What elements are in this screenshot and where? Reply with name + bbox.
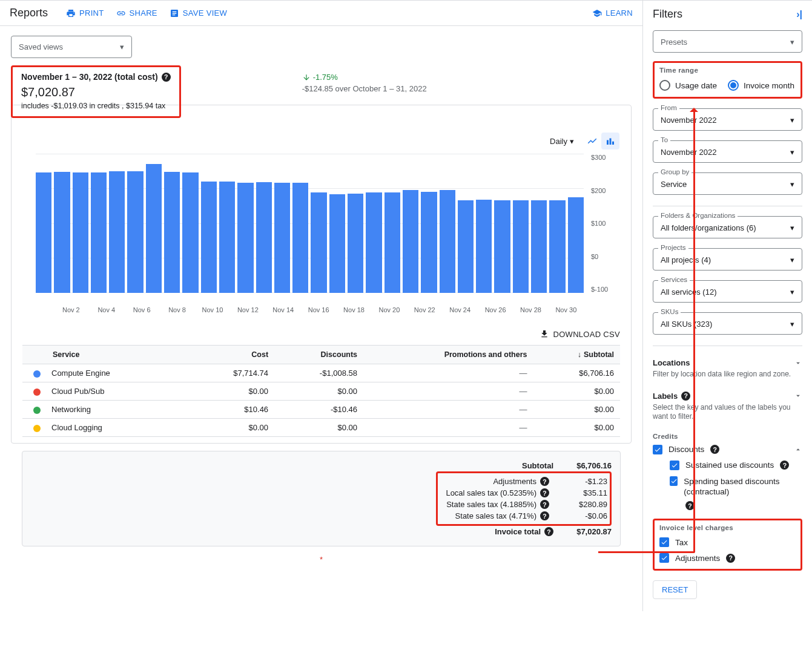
- chart-bar[interactable]: [219, 182, 235, 293]
- table-row[interactable]: Cloud Pub/Sub$0.00$0.00—$0.00: [22, 382, 620, 401]
- locations-expander[interactable]: Locations: [653, 358, 802, 367]
- chart-bar[interactable]: [36, 172, 51, 293]
- save-view-button[interactable]: SAVE VIEW: [170, 8, 227, 18]
- discounts-expander[interactable]: Discounts ?: [653, 445, 802, 454]
- services-select[interactable]: Services All services (12) ▾: [653, 280, 802, 303]
- y-tick-label: $-100: [586, 286, 620, 293]
- skus-select[interactable]: SKUs All SKUs (323) ▾: [653, 312, 802, 335]
- help-icon[interactable]: ?: [710, 445, 719, 454]
- chart-bar[interactable]: [54, 172, 70, 293]
- table-header-row: Service Cost Discounts Promotions and ot…: [22, 346, 620, 364]
- chart-bar[interactable]: [531, 200, 547, 293]
- chart-bar[interactable]: [256, 182, 272, 293]
- chart-bar[interactable]: [292, 183, 308, 293]
- credits-label: Credits: [653, 433, 802, 440]
- collapse-panel-icon[interactable]: ›|: [796, 9, 802, 20]
- folders-select[interactable]: Folders & Organizations All folders/orga…: [653, 216, 802, 238]
- chart-bar[interactable]: [440, 190, 455, 293]
- period-select[interactable]: Daily ▾: [550, 137, 574, 146]
- chart-bar[interactable]: [146, 164, 162, 293]
- from-select[interactable]: From November 2022 ▾: [653, 108, 802, 131]
- help-icon[interactable]: ?: [540, 511, 549, 520]
- help-icon[interactable]: ?: [544, 527, 553, 536]
- share-button[interactable]: SHARE: [116, 8, 157, 18]
- chart-bar[interactable]: [127, 171, 143, 293]
- chart-bar[interactable]: [385, 192, 400, 293]
- chart-bar[interactable]: [237, 183, 253, 293]
- chart-bar[interactable]: [109, 171, 125, 293]
- help-icon[interactable]: ?: [540, 477, 549, 486]
- col-promotions[interactable]: Promotions and others: [363, 346, 533, 364]
- col-cost[interactable]: Cost: [190, 346, 274, 364]
- line-chart-toggle[interactable]: [583, 133, 601, 149]
- chart-bar[interactable]: [476, 200, 492, 293]
- chart-bar[interactable]: [458, 200, 474, 293]
- chart-card: Daily ▾: [11, 105, 632, 444]
- help-icon[interactable]: ?: [540, 488, 549, 497]
- chart-bar[interactable]: [348, 194, 363, 293]
- totals-card: Subtotal $6,706.16 Adjustments ? -$1.23 …: [22, 451, 621, 546]
- chevron-down-icon: ▾: [790, 116, 794, 125]
- chart-bar[interactable]: [549, 200, 565, 293]
- col-discounts[interactable]: Discounts: [274, 346, 363, 364]
- adjustments-checkbox[interactable]: Adjustments ?: [659, 553, 796, 563]
- table-row[interactable]: Networking$10.46-$10.46—$0.00: [22, 401, 620, 419]
- col-subtotal[interactable]: ↓Subtotal: [533, 346, 620, 364]
- save-icon: [170, 8, 179, 18]
- state-tax2-label: State sales tax (4.71%): [455, 511, 536, 520]
- chart-bar[interactable]: [513, 200, 529, 293]
- chart-bar[interactable]: [494, 200, 510, 293]
- help-icon[interactable]: ?: [162, 73, 171, 82]
- group-by-select[interactable]: Group by Service ▾: [653, 172, 802, 195]
- chart-bar[interactable]: [366, 192, 381, 293]
- learn-button[interactable]: LEARN: [592, 8, 633, 18]
- y-tick-label: $0: [586, 253, 620, 260]
- print-icon: [66, 8, 76, 18]
- help-icon[interactable]: ?: [540, 500, 549, 509]
- summary-sub: includes -$1,019.03 in credits , $315.94…: [21, 102, 171, 110]
- labels-expander[interactable]: Labels ?: [653, 392, 802, 401]
- invoice-month-radio[interactable]: Invoice month: [728, 80, 794, 91]
- reset-button[interactable]: RESET: [653, 580, 697, 599]
- checkbox-checked-icon[interactable]: [653, 445, 662, 454]
- print-button[interactable]: PRINT: [66, 8, 104, 18]
- chart-bar[interactable]: [182, 172, 198, 293]
- saved-views-label: Saved views: [19, 42, 63, 51]
- time-range-callout: Time range Usage date Invoice month: [653, 61, 802, 99]
- to-select[interactable]: To November 2022 ▾: [653, 140, 802, 163]
- chevron-down-icon: ▾: [790, 223, 794, 232]
- chart-bar[interactable]: [311, 192, 326, 293]
- spending-checkbox[interactable]: Spending based discounts (contractual): [670, 476, 802, 497]
- chart-bar[interactable]: [73, 172, 88, 293]
- chart-bar[interactable]: [421, 192, 437, 293]
- help-icon[interactable]: ?: [726, 554, 735, 563]
- checkbox-checked-icon: [670, 476, 678, 486]
- chevron-up-icon: [794, 445, 802, 454]
- link-icon: [116, 8, 126, 18]
- chart-bar[interactable]: [274, 183, 290, 293]
- x-tick-label: Nov 10: [195, 295, 230, 317]
- chart-bar[interactable]: [403, 190, 418, 293]
- local-tax-label: Local sales tax (0.5235%): [446, 488, 536, 497]
- summary-callout: November 1 – 30, 2022 (total cost) ? $7,…: [11, 65, 181, 118]
- chevron-down-icon: ▾: [790, 180, 794, 189]
- chart-bar[interactable]: [201, 182, 217, 293]
- table-row[interactable]: Compute Engine$7,714.74-$1,008.58—$6,706…: [22, 364, 620, 382]
- sustained-checkbox[interactable]: Sustained use discounts ?: [670, 461, 802, 470]
- chart-bar[interactable]: [329, 194, 345, 293]
- checkbox-checked-icon: [670, 461, 679, 470]
- tax-checkbox[interactable]: Tax: [659, 537, 796, 547]
- chart-bar[interactable]: [164, 172, 180, 293]
- col-service[interactable]: Service: [22, 346, 190, 364]
- chart-bar[interactable]: [568, 197, 584, 293]
- help-icon[interactable]: ?: [780, 461, 789, 470]
- usage-date-radio[interactable]: Usage date: [659, 80, 717, 91]
- presets-select[interactable]: Presets ▾: [653, 30, 802, 53]
- bar-chart-toggle[interactable]: [601, 133, 619, 149]
- chart-bar[interactable]: [91, 172, 107, 293]
- download-csv-button[interactable]: DOWNLOAD CSV: [12, 323, 631, 345]
- projects-select[interactable]: Projects All projects (4) ▾: [653, 248, 802, 270]
- help-icon[interactable]: ?: [681, 392, 690, 401]
- saved-views-select[interactable]: Saved views ▾: [11, 36, 132, 58]
- table-row[interactable]: Cloud Logging$0.00$0.00—$0.00: [22, 419, 620, 437]
